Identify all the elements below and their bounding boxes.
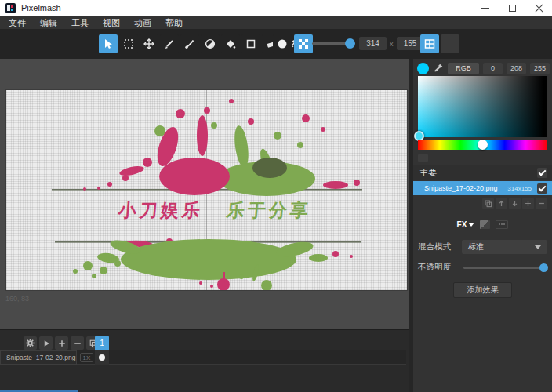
palette-tab[interactable] (496, 220, 508, 229)
pixelmash-window: Pixelmash 文件 编辑 工具 视图 动画 帮助 (0, 0, 552, 392)
menu-tools[interactable]: 工具 (64, 16, 96, 29)
grid-toggle-button[interactable] (420, 34, 439, 53)
maximize-button[interactable] (499, 0, 525, 16)
fill-tool-button[interactable] (221, 34, 240, 53)
blend-mode-label: 混合模式 (418, 241, 451, 252)
green-value-field[interactable]: 208 (507, 63, 526, 74)
animation-settings-button[interactable] (24, 336, 37, 350)
remove-frame-button[interactable] (71, 336, 84, 350)
hue-slider-cursor[interactable] (478, 140, 488, 150)
color-mode-button[interactable]: RGB (448, 63, 479, 74)
pencil-icon (163, 38, 176, 50)
brush-tool-button[interactable] (180, 34, 199, 53)
move-layer-down-button[interactable] (509, 198, 521, 209)
canvas-area: 小刀娱乐 乐于分享 160, 83 (0, 59, 409, 329)
shade-tool-button[interactable] (201, 34, 220, 53)
chevron-down-icon (535, 245, 541, 249)
dither-mode-button[interactable] (294, 34, 313, 53)
frame-speed-badge[interactable]: 1X (80, 353, 93, 362)
menu-animation[interactable]: 动画 (127, 16, 158, 29)
current-color-swatch[interactable] (417, 63, 429, 74)
artwork-text-pink: 小刀娱乐 (117, 198, 204, 223)
arrow-up-icon (497, 199, 506, 208)
frame-1-tab[interactable]: 1 (95, 336, 109, 350)
minus-icon (73, 339, 82, 348)
blend-mode-dropdown[interactable]: 标准 (462, 240, 547, 254)
plus-icon (524, 199, 532, 208)
add-layer-button[interactable] (522, 198, 534, 209)
fx-tab[interactable]: FX (457, 220, 475, 229)
play-icon (42, 339, 51, 348)
right-panel: RGB 0 208 255 主要 Snipaste_17-02-20.png 3… (413, 59, 552, 392)
grid-options-button[interactable] (441, 34, 459, 53)
brush-shape-button[interactable] (273, 34, 292, 53)
opacity-slider-handle[interactable] (539, 263, 548, 272)
grid-icon (423, 38, 436, 50)
circle-shape-icon (276, 38, 289, 50)
chevron-down-icon (468, 223, 474, 227)
hue-slider[interactable] (418, 140, 547, 150)
menu-edit[interactable]: 编辑 (33, 16, 64, 29)
play-button[interactable] (39, 336, 53, 350)
marquee-icon (122, 38, 135, 50)
menu-view[interactable]: 视图 (96, 16, 127, 29)
layer-size: 314x155 (507, 185, 532, 192)
plus-icon (420, 155, 426, 161)
timeline-layer-name-cell[interactable]: Snipaste_17-02-20.png (0, 350, 77, 365)
rectangle-tool-button[interactable] (242, 34, 260, 53)
rectangle-icon (245, 38, 257, 50)
pixel-canvas[interactable]: 小刀娱乐 乐于分享 (6, 90, 407, 290)
move-layer-up-button[interactable] (496, 198, 507, 209)
artwork-text-green: 乐于分享 (225, 198, 312, 223)
window-title: Pixelmash (21, 3, 61, 13)
duplicate-layer-button[interactable] (482, 198, 494, 209)
add-effect-button[interactable]: 添加效果 (453, 282, 512, 298)
close-icon (535, 4, 543, 13)
artwork-text: 小刀娱乐 乐于分享 (14, 198, 409, 223)
delete-layer-button[interactable] (536, 198, 547, 209)
marquee-tool-button[interactable] (119, 34, 138, 53)
layer-visibility-checkbox[interactable] (537, 183, 547, 194)
pencil-tool-button[interactable] (160, 34, 179, 53)
duplicate-icon (484, 199, 492, 208)
brush-size-slider[interactable] (312, 42, 353, 45)
brush-icon (183, 38, 196, 50)
move-tool-button[interactable] (140, 34, 158, 53)
red-value-field[interactable]: 0 (483, 63, 503, 74)
shade-icon (204, 38, 216, 50)
gear-icon (25, 338, 35, 348)
app-icon (5, 3, 16, 13)
menu-help[interactable]: 帮助 (158, 16, 190, 29)
opacity-slider[interactable] (463, 267, 543, 269)
fx-tab-label: FX (457, 220, 467, 229)
minimize-button[interactable] (472, 0, 499, 16)
fill-icon (224, 38, 237, 50)
cursor-coordinates: 160, 83 (5, 295, 29, 303)
canvas-width-field[interactable]: 314 (359, 37, 387, 50)
keyframe-dot-icon (99, 354, 105, 361)
close-button[interactable] (525, 0, 552, 16)
select-tool-button[interactable] (99, 34, 118, 53)
add-swatch-button[interactable] (418, 154, 428, 162)
brush-size-slider-handle[interactable] (345, 38, 355, 49)
eyedropper-icon[interactable] (433, 63, 444, 74)
dither-icon (298, 38, 309, 49)
move-icon (143, 38, 155, 50)
size-separator: x (390, 40, 394, 48)
menu-file[interactable]: 文件 (2, 16, 33, 29)
cursor-icon (102, 38, 114, 50)
gradient-tab[interactable] (480, 220, 490, 229)
blue-value-field[interactable]: 255 (530, 63, 550, 74)
maximize-icon (509, 5, 516, 12)
group-visibility-checkbox[interactable] (537, 168, 547, 178)
arrow-down-icon (510, 199, 519, 208)
titlebar: Pixelmash (0, 0, 552, 16)
add-frame-button[interactable] (55, 336, 68, 350)
animation-timeline: 1 Snipaste_17-02-20.png 1X (0, 329, 409, 392)
layer-group-row[interactable]: 主要 (413, 165, 552, 180)
keyframe-cell[interactable] (95, 350, 109, 365)
layer-group-label: 主要 (419, 167, 437, 179)
timeline-layer-row: Snipaste_17-02-20.png 1X (0, 350, 406, 365)
layer-row-selected[interactable]: Snipaste_17-02-20.png 314x155 (413, 181, 552, 195)
saturation-value-picker[interactable] (418, 76, 547, 137)
